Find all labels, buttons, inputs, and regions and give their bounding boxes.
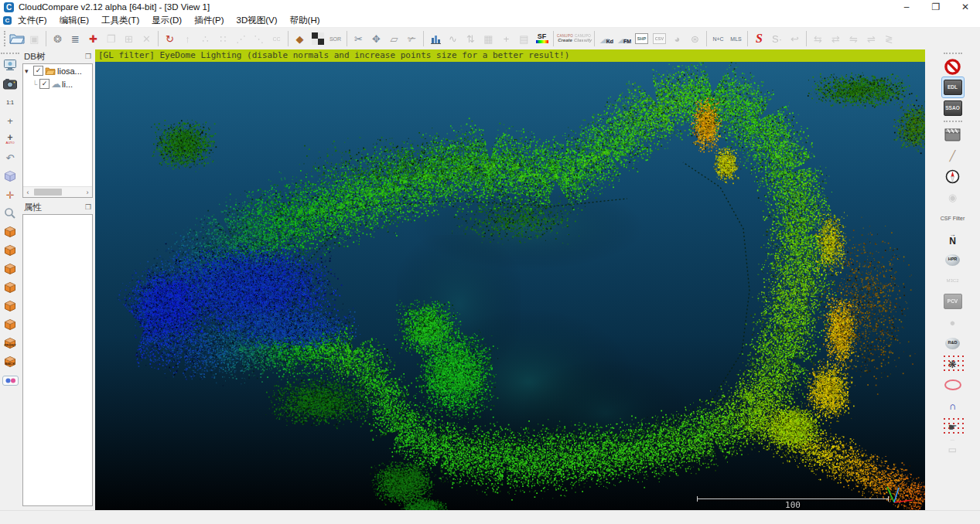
hpr-plugin-button[interactable]: HPR	[942, 250, 964, 270]
segment-scissors-button[interactable]: ✂	[350, 30, 367, 48]
spline-red-button[interactable]: S	[750, 30, 768, 48]
menu-item-3dview[interactable]: 3D视图(V)	[230, 15, 284, 26]
float-panel-icon[interactable]: ❐	[85, 203, 91, 211]
profile-plot-button[interactable]: ∿	[444, 30, 462, 48]
point-picking-button[interactable]: ✚	[84, 30, 102, 48]
compare-tool-3-button[interactable]: ⇋	[845, 30, 862, 48]
clone-button[interactable]: ❐	[102, 30, 120, 48]
minimize-button[interactable]: –	[892, 0, 921, 14]
previous-view-button[interactable]: ↶	[2, 149, 19, 166]
align-button[interactable]: ↑	[179, 30, 196, 48]
view-bottom-button[interactable]	[2, 242, 19, 259]
ellipse-plugin-button[interactable]	[942, 375, 964, 395]
cloud-cloud-distance-button[interactable]: CC	[268, 30, 285, 48]
noise-filter-button[interactable]: ∷	[214, 30, 232, 48]
menu-item-tools[interactable]: 工具类(T)	[95, 15, 145, 26]
normals-curvature-button[interactable]: N+C	[709, 30, 727, 48]
tree-checkbox[interactable]: ✓	[33, 66, 43, 76]
histogram-button[interactable]	[426, 30, 444, 48]
canupo-classify-button[interactable]: CANUPOClassify	[574, 30, 592, 48]
mls-smooth-button[interactable]: MLS	[727, 30, 745, 48]
clipping-box-button[interactable]: ▱	[385, 30, 403, 48]
globe-mesh-button[interactable]: ⊛	[686, 30, 704, 48]
broom-clean-button[interactable]: ╱	[942, 145, 964, 165]
gears-plugin-button[interactable]: ❋	[942, 354, 964, 374]
zoom-fit-button[interactable]: +	[2, 112, 19, 129]
compare-tool-4-button[interactable]: ⇌	[862, 30, 880, 48]
scrollbar-track[interactable]	[32, 189, 83, 196]
tree-checkbox[interactable]: ✓	[39, 79, 50, 89]
ransac-plugin-button[interactable]: R&D	[942, 333, 964, 353]
global-shift-button[interactable]: ❂	[49, 30, 67, 48]
canupo-create-button[interactable]: CANUPOCreate	[556, 30, 574, 48]
scrollbar-thumb[interactable]	[34, 189, 62, 196]
toolbar-handle[interactable]	[4, 31, 5, 46]
sample-points-button[interactable]: ◆	[291, 30, 309, 48]
view-left-button[interactable]	[2, 298, 19, 315]
normals-plugin-button[interactable]: →N	[942, 229, 964, 249]
view-top-button[interactable]	[2, 223, 19, 240]
facets-plugin-button[interactable]: ●	[942, 312, 964, 332]
right-toolbar-handle[interactable]	[944, 53, 962, 54]
sf-colormap-button[interactable]: SF	[533, 30, 551, 48]
add-scalar-field-button[interactable]: +	[497, 30, 515, 48]
delete-button[interactable]: ✕	[138, 30, 155, 48]
menu-item-file[interactable]: 文件(F)	[12, 15, 53, 26]
stat-test-button[interactable]: ▦	[480, 30, 497, 48]
shield-plugin-button[interactable]: ◉	[942, 187, 964, 207]
sor-filter-button[interactable]: SOR	[326, 30, 344, 48]
animation-plugin-button[interactable]	[942, 124, 964, 145]
m3c2-plugin-button[interactable]: M3C2	[942, 271, 964, 291]
menu-item-edit[interactable]: 编辑(E)	[53, 15, 95, 26]
shp-export-button[interactable]: SHP	[633, 30, 650, 48]
view-right-button[interactable]	[2, 316, 19, 333]
zoom-magnifier-button[interactable]	[2, 205, 19, 222]
compass-plugin-button[interactable]	[942, 166, 964, 186]
compare-tool-5-button[interactable]: ≷	[880, 30, 898, 48]
point-cloud-canvas[interactable]	[95, 49, 925, 511]
minmax-range-button[interactable]: ⇅	[462, 30, 480, 48]
menu-item-help[interactable]: 帮助(H)	[284, 15, 326, 26]
view-back-button[interactable]	[2, 279, 19, 296]
ssao-filter-button[interactable]: SSAO	[942, 98, 964, 118]
fm-button[interactable]: ☁FM	[615, 30, 633, 48]
scroll-right-icon[interactable]: ›	[83, 189, 92, 196]
edl-filter-button[interactable]: EDL	[942, 77, 964, 97]
tree-row[interactable]: └ ✓ ☁ li...	[23, 77, 92, 90]
render-checker-button[interactable]	[309, 30, 326, 48]
match-scales-button[interactable]: ⋰	[232, 30, 250, 48]
close-button[interactable]: ✕	[951, 0, 980, 14]
restore-button[interactable]: ❐	[921, 0, 951, 14]
mesh-flip-button[interactable]: ↩	[786, 30, 804, 48]
pcv-plugin-button[interactable]: PCV	[942, 291, 964, 311]
zoom-1-1-button[interactable]: 1:1	[2, 94, 19, 111]
view-front-labeled-button[interactable]: FRONT	[2, 335, 19, 352]
translate-rotate-button[interactable]: ✥	[367, 30, 385, 48]
save-button[interactable]: ▣	[26, 30, 43, 48]
fit-plane-button[interactable]: ⋱	[250, 30, 268, 48]
stereo-dots-button[interactable]	[2, 372, 19, 389]
kd-tree-button[interactable]: ☁Kd	[597, 30, 615, 48]
expand-arrow-icon[interactable]: ▾	[25, 67, 32, 75]
hand-plugin-button[interactable]: ☛	[942, 417, 964, 437]
compare-tool-1-button[interactable]: ⇆	[809, 30, 827, 48]
horizontal-scrollbar[interactable]: ‹ ›	[23, 186, 92, 197]
disable-gl-filter-button[interactable]	[942, 56, 964, 77]
perspective-cube-button[interactable]	[2, 168, 19, 185]
pivot-cross-button[interactable]: ✛	[2, 186, 19, 203]
polyline-trace-button[interactable]: ✃	[403, 30, 421, 48]
subsample-button[interactable]: ∴	[196, 30, 214, 48]
display-settings-button[interactable]	[2, 56, 19, 73]
cloud-ruler-plugin-button[interactable]: ⌒▭	[942, 437, 964, 458]
spline-fit-button[interactable]: S·	[768, 30, 786, 48]
merge-button[interactable]: ⊞	[120, 30, 138, 48]
view-back-labeled-button[interactable]: BACK	[2, 353, 19, 370]
auto-pick-pivot-button[interactable]: +AUTO	[2, 131, 19, 148]
render-screenshot-button[interactable]	[2, 75, 19, 92]
open-file-button[interactable]	[8, 30, 26, 48]
left-toolbar-handle[interactable]	[1, 53, 19, 54]
scroll-left-icon[interactable]: ‹	[23, 189, 32, 196]
float-panel-icon[interactable]: ❐	[85, 53, 91, 60]
menu-item-plugins[interactable]: 插件(P)	[188, 15, 230, 26]
csv-export-button[interactable]: CSV	[650, 30, 668, 48]
